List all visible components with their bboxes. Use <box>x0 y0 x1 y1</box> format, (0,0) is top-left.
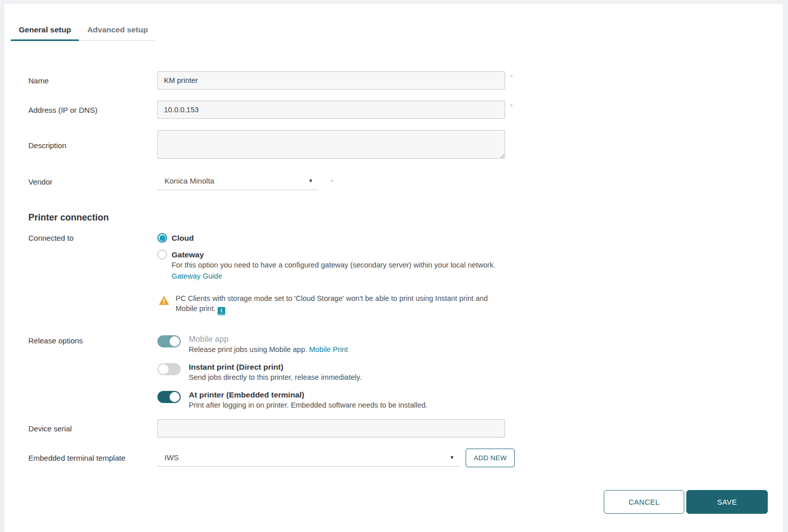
add-new-button[interactable]: ADD NEW <box>466 449 515 467</box>
description-input[interactable] <box>157 130 505 159</box>
form-actions: CANCEL SAVE <box>604 490 768 514</box>
device-serial-row: Device serial <box>28 419 783 437</box>
connected-to-label: Connected to <box>28 233 157 242</box>
chevron-down-icon: ▼ <box>449 455 454 460</box>
save-button[interactable]: SAVE <box>686 490 768 514</box>
instant-print-toggle[interactable] <box>157 363 181 375</box>
warning-icon <box>158 295 170 307</box>
printer-connection-heading: Printer connection <box>28 212 783 223</box>
terminal-template-row: Embedded terminal template IWS ▼ ADD NEW <box>28 449 783 467</box>
instant-print-description: Send jobs directly to this printer, rele… <box>189 373 361 381</box>
toggle-row-mobile-app: Mobile app Release print jobs using Mobi… <box>157 335 505 353</box>
cloud-storage-warning: PC Clients with storage mode set to 'Clo… <box>157 293 505 316</box>
setup-tabs: General setup Advanced setup <box>11 20 156 41</box>
mobile-app-toggle[interactable] <box>157 335 181 347</box>
vendor-label: Vendor <box>28 178 157 186</box>
address-label: Address (IP or DNS) <box>28 106 157 114</box>
cancel-button[interactable]: CANCEL <box>604 490 684 514</box>
toggle-row-at-printer: At printer (Embedded terminal) Print aft… <box>157 390 505 409</box>
gateway-description: For this option you need to have a confi… <box>172 260 495 271</box>
name-row: Name * <box>28 71 783 90</box>
printer-setup-panel: General setup Advanced setup Name * Addr… <box>4 3 784 532</box>
required-asterisk: * <box>510 103 513 110</box>
gateway-radio[interactable] <box>157 250 167 259</box>
radio-option-cloud: Cloud <box>157 233 505 243</box>
at-printer-description: Print after logging in on printer. Embed… <box>189 401 428 409</box>
cloud-radio[interactable] <box>157 233 167 243</box>
terminal-template-label: Embedded terminal template <box>28 454 157 462</box>
vendor-select-value: Konica Minolta <box>164 176 214 185</box>
device-serial-label: Device serial <box>28 424 157 433</box>
terminal-template-select[interactable]: IWS ▼ <box>157 450 460 467</box>
terminal-template-value: IWS <box>164 453 179 462</box>
gateway-radio-label[interactable]: Gateway <box>172 250 204 259</box>
name-label: Name <box>28 76 157 85</box>
toggle-row-instant-print: Instant print (Direct print) Send jobs d… <box>157 363 505 381</box>
release-options-row: Release options Mobile app Release print… <box>28 335 783 409</box>
printer-form: Name * Address (IP or DNS) * Description… <box>4 41 783 467</box>
description-label: Description <box>28 141 157 150</box>
at-printer-toggle[interactable] <box>157 391 181 403</box>
vendor-select[interactable]: Konica Minolta ▼ <box>157 173 318 190</box>
tab-advanced-setup[interactable]: Advanced setup <box>79 20 156 40</box>
description-row: Description <box>28 130 783 161</box>
chevron-down-icon: ▼ <box>308 178 313 184</box>
mobile-app-description: Release print jobs using Mobile app. <box>189 345 307 353</box>
release-options-label: Release options <box>28 335 157 345</box>
radio-option-gateway: Gateway <box>157 250 505 259</box>
name-input[interactable] <box>157 71 505 90</box>
connected-to-row: Connected to Cloud Gateway For this opti… <box>28 233 783 316</box>
cloud-radio-label[interactable]: Cloud <box>172 234 194 243</box>
device-serial-input[interactable] <box>157 419 505 437</box>
required-asterisk: * <box>510 73 513 81</box>
at-printer-title: At printer (Embedded terminal) <box>189 390 428 400</box>
address-row: Address (IP or DNS) * <box>28 101 783 119</box>
vendor-row: Vendor Konica Minolta ▼ * <box>28 173 783 190</box>
documentation-info-icon[interactable]: i <box>218 307 225 316</box>
instant-print-title: Instant print (Direct print) <box>189 363 361 372</box>
tab-general-setup[interactable]: General setup <box>11 20 79 40</box>
address-input[interactable] <box>157 101 505 119</box>
mobile-app-title: Mobile app <box>189 335 348 344</box>
required-asterisk: * <box>330 178 333 186</box>
gateway-guide-link[interactable]: Gateway Guide <box>172 272 222 280</box>
mobile-print-link[interactable]: Mobile Print <box>309 345 348 353</box>
